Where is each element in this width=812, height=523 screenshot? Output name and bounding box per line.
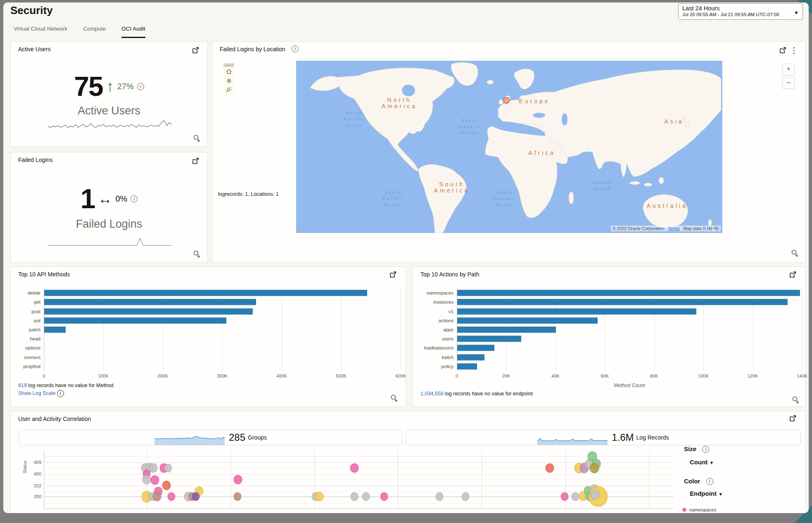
external-link-icon[interactable] <box>789 415 796 422</box>
tab-virtual-cloud-network[interactable]: Virtual Cloud Network <box>14 26 67 38</box>
external-link-icon[interactable] <box>779 47 786 54</box>
footnote-count-link[interactable]: 1,034,558 <box>420 391 444 397</box>
kpi-value-row: 1 ↔ 0% i <box>11 182 207 215</box>
x-tick-label: 120K <box>748 373 758 378</box>
bar[interactable] <box>457 308 696 314</box>
bar[interactable] <box>44 290 367 296</box>
bar-row[interactable]: patch <box>44 325 401 334</box>
time-range-detail: Jul 20 09:55 AM - Jul 21 09:55 AM UTC-07… <box>682 12 790 17</box>
bar[interactable] <box>457 354 484 360</box>
gear-icon[interactable] <box>223 76 234 85</box>
bar[interactable] <box>457 326 556 333</box>
drill-search-icon[interactable] <box>791 396 800 404</box>
drill-search-icon[interactable] <box>192 250 201 258</box>
bar-row[interactable]: users <box>457 334 802 343</box>
external-link-icon[interactable] <box>389 271 397 278</box>
map-label: Australia <box>646 202 687 209</box>
map-caspian-sea <box>562 113 567 126</box>
bar[interactable] <box>457 336 521 342</box>
failed-logins-map-card: Failed Logins by Location i ⋮ <box>212 41 806 263</box>
color-label: Color <box>684 478 700 485</box>
page-title: Security <box>10 4 53 17</box>
map-label: SouthPacificOcean <box>382 190 404 207</box>
map-terms-link[interactable]: Terms <box>668 226 680 231</box>
world-map[interactable]: NorthAmericaEuropeAsiaAfricaSouthAmerica… <box>296 61 722 233</box>
drill-search-icon[interactable] <box>390 394 398 402</box>
bar-row[interactable]: loadbalancers <box>457 343 802 352</box>
log-records-summary[interactable]: 1.6M Log Records <box>406 430 801 445</box>
scatter-plot[interactable] <box>44 451 674 509</box>
info-icon[interactable]: i <box>706 478 713 485</box>
external-link-icon[interactable] <box>192 47 199 54</box>
bar[interactable] <box>457 363 477 369</box>
bar[interactable] <box>44 317 226 323</box>
chart-footnote: 619 log records have no value for Method <box>18 383 114 388</box>
bar-chart-plot[interactable]: namespacesinstancesv1actionsappsusersloa… <box>457 288 802 371</box>
drill-search-icon[interactable] <box>192 134 201 143</box>
map-attribution: © 2023 Oracle Corporation Terms Map data… <box>611 226 721 231</box>
zoom-in-button[interactable]: + <box>782 64 795 75</box>
footnote-count-link[interactable]: 619 <box>18 383 27 388</box>
info-icon[interactable]: i <box>137 83 144 90</box>
category-label: batch <box>442 355 453 360</box>
scatter-point <box>351 492 359 501</box>
bar-row[interactable]: v1 <box>457 307 802 316</box>
info-icon[interactable]: i <box>292 45 299 52</box>
bar-row[interactable]: head <box>44 334 401 343</box>
kpi-label: Failed Logins <box>11 218 207 231</box>
bar[interactable] <box>44 299 256 305</box>
bar[interactable] <box>44 308 253 314</box>
card-title: Active Users <box>18 46 51 52</box>
bar-row[interactable]: instances <box>457 297 802 307</box>
bar[interactable] <box>457 345 494 351</box>
bar-chart-plot[interactable]: deletegetpostputpatchheadoptionsconnectp… <box>44 288 401 371</box>
bar[interactable] <box>457 299 788 305</box>
x-tick-label: 300K <box>217 373 228 378</box>
bar-row[interactable]: options <box>44 343 401 352</box>
color-value-dropdown[interactable]: Endpoint ▼ <box>690 490 723 497</box>
x-tick-label: 200K <box>157 373 168 378</box>
bar-row[interactable]: propfind <box>44 362 401 371</box>
tab-oci-audit[interactable]: OCI Audit <box>121 26 145 38</box>
trend-up-arrow-icon: ↑ <box>106 78 114 95</box>
bar-row[interactable]: apps <box>457 325 802 334</box>
legend-dot <box>682 508 686 512</box>
bar-row[interactable]: policy <box>457 362 802 371</box>
info-icon[interactable]: i <box>131 195 138 202</box>
zoom-out-button[interactable]: − <box>782 77 795 89</box>
scatter-point <box>461 492 469 501</box>
time-range-selector[interactable]: Last 24 Hours Jul 20 09:55 AM - Jul 21 0… <box>678 3 803 20</box>
home-icon[interactable] <box>223 67 234 76</box>
bar-row[interactable]: put <box>44 316 401 325</box>
show-log-scale-link[interactable]: Show Log Scale i <box>18 390 64 397</box>
bar-row[interactable]: batch <box>457 353 802 362</box>
bar[interactable] <box>457 317 598 323</box>
legend-item[interactable]: namespaces <box>682 507 716 512</box>
map-indonesia <box>659 177 664 184</box>
kebab-menu-icon[interactable]: ⋮ <box>790 47 798 54</box>
info-icon[interactable]: i <box>702 446 709 453</box>
bar-row[interactable]: actions <box>457 316 802 325</box>
tab-compute[interactable]: Compute <box>83 26 106 38</box>
tab-bar: Virtual Cloud Network Compute OCI Audit <box>14 26 145 38</box>
external-link-icon[interactable] <box>192 157 199 165</box>
bar-row[interactable]: namespaces <box>457 288 802 297</box>
minor-gridline <box>44 456 674 457</box>
bar-row[interactable]: post <box>44 307 401 316</box>
marquee-zoom-icon[interactable] <box>223 85 234 94</box>
bar-row[interactable]: connect <box>44 353 401 362</box>
scatter-legend: namespaces <box>682 507 716 513</box>
bar-row[interactable]: delete <box>44 288 401 297</box>
external-link-icon[interactable] <box>789 271 796 278</box>
drag-handle[interactable] <box>223 63 234 67</box>
bar[interactable] <box>44 326 66 333</box>
bar-row[interactable]: get <box>44 297 401 307</box>
info-icon[interactable]: i <box>57 390 64 397</box>
drill-search-icon[interactable] <box>791 249 799 257</box>
groups-summary[interactable]: 285 Groups <box>19 430 402 445</box>
bar[interactable] <box>457 290 800 296</box>
size-value-dropdown[interactable]: Count ▼ <box>690 459 714 466</box>
x-tick-label: 100K <box>98 373 109 378</box>
x-tick-label: 0 <box>456 373 458 378</box>
y-axis-title: Status <box>22 461 27 473</box>
